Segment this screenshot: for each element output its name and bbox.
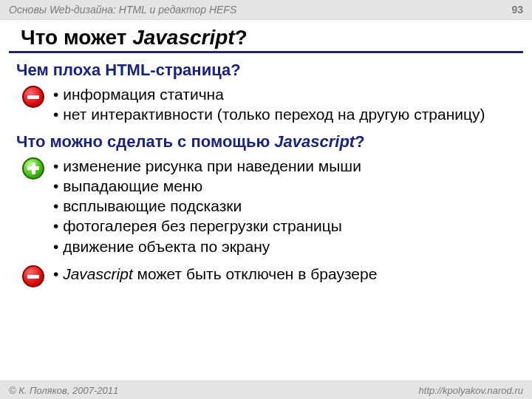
list-item: всплывающие подсказки [53, 196, 361, 216]
title-prefix: Что может [21, 26, 132, 49]
minus-icon [22, 265, 44, 287]
slide-footer: © К. Поляков, 2007-2011 http://kpolyakov… [0, 381, 532, 399]
section2-block: изменение рисунка при наведении мыши вып… [16, 156, 516, 256]
section3-topic: Javascript [63, 265, 133, 282]
plus-icon [22, 157, 44, 180]
section3-list: Javascript может быть отключен в браузер… [50, 264, 377, 284]
slide-header: Основы Web-дизайна: HTML и редактор HEFS… [0, 0, 532, 20]
section3-rest: может быть отключен в браузере [133, 265, 378, 282]
copyright: © К. Поляков, 2007-2011 [9, 385, 118, 396]
list-item: нет интерактивности (только переход на д… [53, 104, 485, 124]
section3-block: Javascript может быть отключен в браузер… [16, 264, 516, 287]
list-item: информация статична [53, 84, 485, 104]
plus-icon-wrap [16, 156, 50, 180]
list-item: выпадающие меню [53, 176, 361, 196]
minus-icon-wrap [16, 84, 50, 108]
footer-url: http://kpolyakov.narod.ru [419, 385, 523, 396]
list-item: Javascript может быть отключен в браузер… [53, 264, 377, 284]
section2-heading-topic: Javascript [274, 132, 355, 151]
slide-title: Что может Javascript? [21, 26, 532, 50]
page-number: 93 [511, 4, 523, 16]
list-item: изменение рисунка при наведении мыши [53, 156, 361, 176]
section1-heading: Чем плоха HTML-страница? [16, 61, 532, 80]
section2-heading-prefix: Что можно сделать с помощью [16, 132, 274, 151]
minus-icon-wrap [16, 264, 50, 287]
list-item: фотогалерея без перегрузки страницы [53, 216, 361, 236]
list-item: движение объекта по экрану [53, 236, 361, 256]
section2-list: изменение рисунка при наведении мыши вып… [50, 156, 361, 256]
minus-icon [22, 86, 44, 108]
section2-heading: Что можно сделать с помощью Javascript? [16, 132, 532, 151]
title-underline [9, 51, 523, 53]
section1-block: информация статична нет интерактивности … [16, 84, 516, 125]
course-title: Основы Web-дизайна: HTML и редактор HEFS [9, 4, 236, 16]
title-topic: Javascript [132, 26, 235, 49]
title-qmark: ? [235, 26, 248, 49]
section1-list: информация статична нет интерактивности … [50, 84, 485, 125]
section2-heading-qmark: ? [355, 132, 364, 151]
